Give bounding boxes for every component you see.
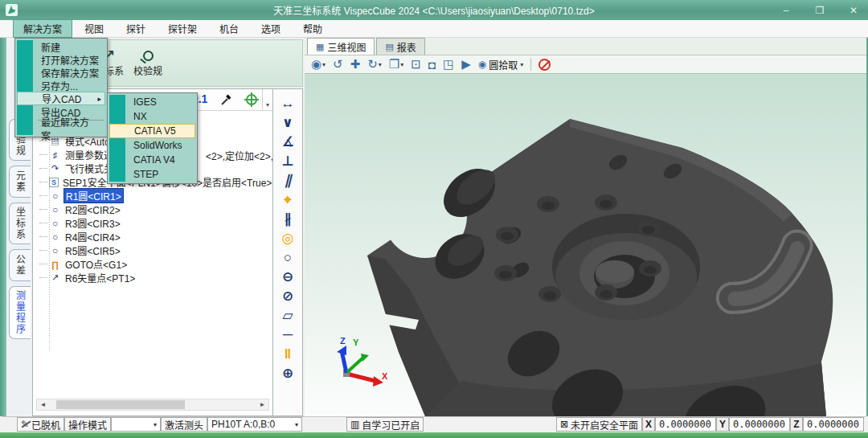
op-mode-label: 操作模式 xyxy=(64,417,111,432)
active-probe-select[interactable]: PH10T A:0,B:0 ▾ xyxy=(207,417,302,432)
app-window: 天准三坐标系统 VispecCube 2024 <C:\Users\jiaosi… xyxy=(0,0,868,438)
restore-button[interactable]: ❐ xyxy=(812,5,828,16)
tab-3d-view[interactable]: ▦ 三维视图 xyxy=(307,38,375,55)
view-cube-button[interactable]: ❐ ▾ xyxy=(389,57,403,72)
submenu-item-step[interactable]: STEP xyxy=(109,167,195,182)
menu-item-recent-solutions[interactable]: 最近解决方案... xyxy=(17,122,105,135)
menu-item-save-solution[interactable]: 保存解决方案 xyxy=(17,66,105,79)
close-button[interactable]: ✕ xyxy=(845,5,862,16)
menu-probe[interactable]: 探针 xyxy=(116,19,156,38)
tree-item-circle-r3[interactable]: ○ R3圆<CIR3> xyxy=(39,216,122,230)
submenu-item-nx[interactable]: NX xyxy=(109,109,195,124)
scroll-left-icon[interactable]: ◄ xyxy=(37,399,49,410)
tab-measure-program[interactable]: 测量程序 xyxy=(9,286,31,339)
probe-disabled-icon[interactable] xyxy=(538,59,551,71)
menu-help[interactable]: 帮助 xyxy=(293,19,333,38)
safety-plane-icon: S xyxy=(49,178,59,187)
perpendicularity-icon[interactable]: ⊥ xyxy=(277,152,298,170)
menu-item-open-solution[interactable]: 打开解决方案 xyxy=(17,53,105,66)
pan-button[interactable]: ✚ xyxy=(350,57,361,72)
menubar: 解决方案 视图 探针 探针架 机台 选项 帮助 xyxy=(0,20,868,38)
circle-pick-dropdown[interactable]: ◉ 圆拾取 ▾ xyxy=(478,58,524,72)
angularity-icon[interactable]: ∦ xyxy=(277,210,298,228)
tree-item-circle-r5[interactable]: ○ R5圆<CIR5> xyxy=(39,244,122,257)
circle-feature-icon[interactable]: ○ xyxy=(277,248,298,267)
hammer-icon[interactable] xyxy=(219,93,232,106)
rotate-view-button[interactable]: ↻ ▾ xyxy=(367,57,382,72)
flight-icon: ↷ xyxy=(49,163,61,174)
gauge-button[interactable]: 校验规 xyxy=(129,43,166,84)
pick-label: 圆拾取 xyxy=(489,58,518,72)
tab-coordsys[interactable]: 坐标系 xyxy=(9,203,31,244)
menu-item-save-as[interactable]: 另存为... xyxy=(17,79,105,92)
tab-elements[interactable]: 元素 xyxy=(9,166,31,198)
tree-item-vector-point[interactable]: ↗ R6矢量点<PT1> xyxy=(39,271,137,284)
circle-icon: ○ xyxy=(49,231,61,243)
play-button[interactable]: ▶ xyxy=(461,57,471,72)
menu-item-import-cad[interactable]: 导入CAD ▸ xyxy=(17,92,105,105)
flatness-icon[interactable]: ▱ xyxy=(277,306,298,325)
chevron-down-icon: ▾ xyxy=(154,421,157,428)
distance-icon[interactable]: ↔ xyxy=(277,94,298,113)
cad-model: Z Y X xyxy=(305,74,866,416)
coord-x-value: 0.0000000 xyxy=(655,417,716,432)
parallelism-icon[interactable]: ∥ xyxy=(277,171,298,190)
position-icon[interactable]: ⌖ xyxy=(277,190,298,209)
active-probe-label: 激活测头 xyxy=(161,417,207,432)
coord-z-label: Z xyxy=(790,417,803,432)
tree-item-circle-r1[interactable]: ○ R1圆<CIR1> xyxy=(39,189,124,203)
viewport-3d[interactable]: Z Y X xyxy=(305,74,866,416)
pick-circle-icon: ◉ xyxy=(478,59,486,70)
tree-item-circle-r2[interactable]: ○ R2圆<CIR2> xyxy=(39,203,122,216)
symmetry-icon[interactable]: ⊖ xyxy=(277,268,298,286)
menu-machine[interactable]: 机台 xyxy=(209,19,249,38)
menu-options[interactable]: 选项 xyxy=(251,19,291,38)
tree-item-goto-point[interactable]: ∏ GOTO点<G1> xyxy=(39,257,129,271)
op-mode-select[interactable]: ▾ xyxy=(111,417,161,432)
menu-solution[interactable]: 解决方案 xyxy=(13,19,72,38)
coord-x-label: X xyxy=(642,417,655,432)
self-learn-button[interactable]: ▥ 自学习已开启 xyxy=(346,417,424,432)
tab-tolerance[interactable]: 公差 xyxy=(9,249,31,281)
runout-icon[interactable]: ⊘ xyxy=(277,287,298,305)
menu-view[interactable]: 视图 xyxy=(74,19,114,38)
menu-probe-rack[interactable]: 探针架 xyxy=(158,19,207,38)
circle-cross-icon[interactable]: ⊕ xyxy=(277,364,298,383)
circle-icon: ○ xyxy=(49,245,61,256)
menu-item-new[interactable]: 新建 xyxy=(17,40,105,53)
tab-report[interactable]: ▤ 报表 xyxy=(376,38,424,55)
circle-icon: ○ xyxy=(49,190,61,202)
toolbar-overflow-button[interactable]: ▾ xyxy=(262,89,272,110)
tree-horizontal-scrollbar[interactable]: ◄ ► xyxy=(36,399,269,411)
play-icon: ▶ xyxy=(461,57,471,72)
fit-view-button[interactable]: ⊡ xyxy=(411,57,421,72)
tree-item-circle-r4[interactable]: ○ R4圆<CIR4> xyxy=(39,230,122,244)
chevron-down-icon: ▾ xyxy=(322,61,326,68)
angle-icon[interactable]: ∨ xyxy=(277,113,298,132)
statusbar: ✎ 已脱机 操作模式 ▾ 激活测头 PH10T A:0,B:0 ▾ ▥ 自学习已… xyxy=(2,416,866,432)
submenu-item-catia-v5[interactable]: CATIA V5 xyxy=(109,124,195,138)
chevron-down-icon: ▾ xyxy=(379,61,382,68)
eye-button[interactable]: ◉ ▾ xyxy=(311,57,326,72)
axis-x-label: X xyxy=(382,371,388,381)
position-target-icon[interactable] xyxy=(246,94,257,105)
concentricity-icon[interactable]: ◎ xyxy=(277,229,298,248)
parallel-lines-icon[interactable]: ‖ xyxy=(277,345,298,363)
submenu-item-iges[interactable]: IGES xyxy=(109,95,195,109)
orbit-button[interactable]: ↺ xyxy=(333,57,343,72)
rotate-view-icon: ↻ xyxy=(367,57,378,72)
select-window-button[interactable]: ◳ xyxy=(443,57,454,72)
coord-y-label: Y xyxy=(716,417,729,432)
scrollbar-thumb[interactable] xyxy=(56,400,185,409)
submenu-item-catia-v4[interactable]: CATIA V4 xyxy=(109,153,195,167)
straightness-icon[interactable]: ─ xyxy=(277,325,298,344)
scroll-right-icon[interactable]: ► xyxy=(256,399,268,410)
angle2-icon[interactable]: ∡ xyxy=(277,133,298,151)
titlebar: 天准三坐标系统 VispecCube 2024 <C:\Users\jiaosi… xyxy=(0,0,868,20)
fit-icon: ⊡ xyxy=(411,57,421,72)
submenu-item-solidworks[interactable]: SolidWorks xyxy=(109,138,195,153)
safety-plane-status: ⊠ 未开启安全平面 xyxy=(556,417,642,432)
locate-button[interactable]: ◘ xyxy=(428,58,436,72)
axis-z-label: Z xyxy=(340,336,346,346)
minimize-button[interactable]: – xyxy=(778,5,794,16)
